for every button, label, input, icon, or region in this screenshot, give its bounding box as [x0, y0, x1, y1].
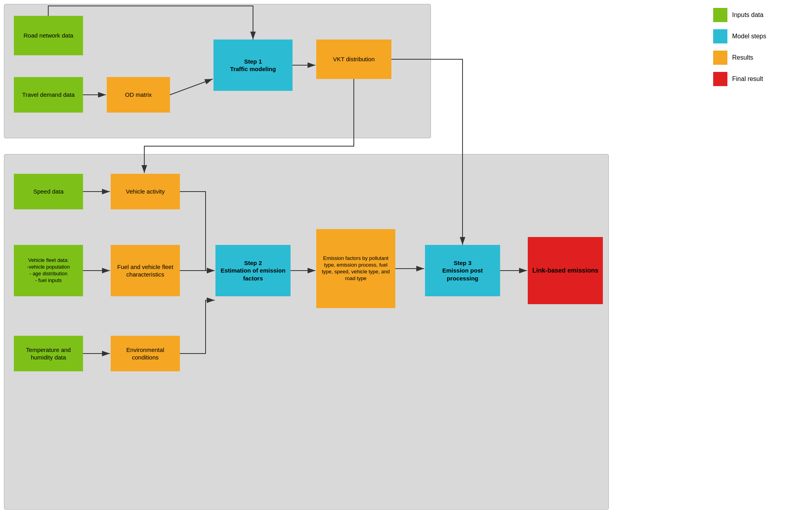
legend-final-result: Final result: [713, 72, 800, 86]
vkt-distribution-box: VKT distribution: [316, 40, 391, 79]
link-based-box: Link-based emissions: [528, 237, 603, 304]
legend-model-steps-label: Model steps: [732, 33, 766, 40]
legend-model-steps: Model steps: [713, 29, 800, 43]
temperature-humidity-box: Temperature and humidity data: [14, 336, 83, 371]
legend-final-result-icon: [713, 72, 727, 86]
speed-data-box: Speed data: [14, 174, 83, 209]
legend-inputs-icon: [713, 8, 727, 22]
vehicle-fleet-data-box: Vehicle fleet data: -vehicle population …: [14, 245, 83, 296]
fuel-vehicle-fleet-box: Fuel and vehicle fleet characteristics: [111, 245, 180, 296]
step1-box: Step 1 Traffic modeling: [213, 40, 293, 91]
travel-demand-box: Travel demand data: [14, 77, 83, 113]
legend-results: Results: [713, 51, 800, 65]
legend-final-result-label: Final result: [732, 75, 763, 83]
step3-box: Step 3 Emission post processing: [425, 245, 500, 296]
legend-inputs-label: Inputs data: [732, 11, 763, 19]
legend-model-steps-icon: [713, 29, 727, 43]
legend-inputs: Inputs data: [713, 8, 800, 22]
legend: Inputs data Model steps Results Final re…: [713, 8, 800, 93]
road-network-box: Road network data: [14, 16, 83, 55]
bottom-panel: [4, 154, 609, 510]
step2-box: Step 2 Estimation of emission factors: [215, 245, 291, 296]
od-matrix-box: OD matrix: [107, 77, 170, 113]
vehicle-activity-box: Vehicle activity: [111, 174, 180, 209]
legend-results-icon: [713, 51, 727, 65]
emission-factors-box: Emission factors by pollutant type, emis…: [316, 229, 395, 308]
legend-results-label: Results: [732, 54, 753, 61]
environmental-conditions-box: Environmental conditions: [111, 336, 180, 371]
